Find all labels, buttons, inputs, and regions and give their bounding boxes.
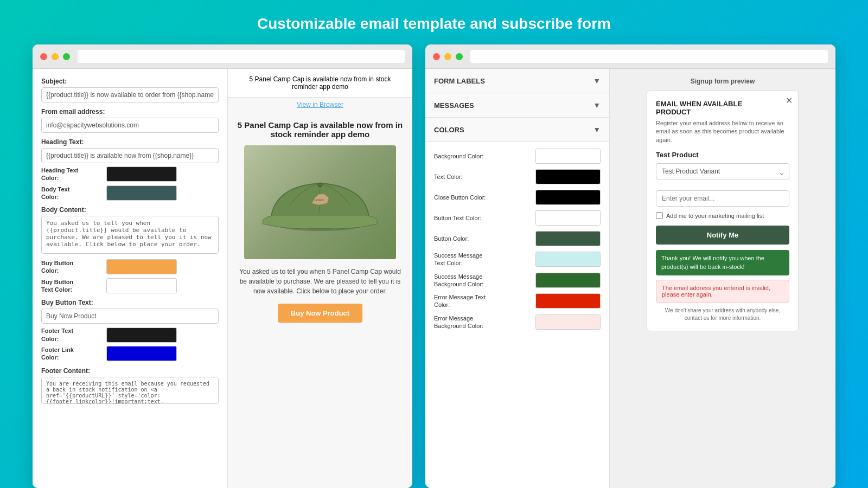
body-text-color-row: Body TextColor: <box>41 185 219 201</box>
success-msg-bg-color-swatch[interactable] <box>535 273 601 288</box>
colors-section: Background Color: Text Color: Close Butt… <box>425 142 609 342</box>
footer-content-textarea[interactable]: You are receiving this email because you… <box>41 377 219 404</box>
email-preview-header: 5 Panel Camp Cap is available now from i… <box>228 69 412 98</box>
signup-form-title: EMAIL WHEN AVAILABLE PRODUCT <box>656 100 789 116</box>
buy-button-text-color-row: Buy ButtonText Color: <box>41 278 219 294</box>
error-msg-text-color-label: Error Message TextColor: <box>434 293 535 309</box>
email-settings-panel: Subject: From email address: Heading Tex… <box>33 69 228 488</box>
left-browser-window: Subject: From email address: Heading Tex… <box>33 44 412 488</box>
messages-accordion[interactable]: MESSAGES ▼ <box>425 93 609 118</box>
marketing-checkbox-row: Add me to your marketing mailing list <box>656 212 789 219</box>
buy-button-color-row: Buy ButtonColor: <box>41 259 219 275</box>
btn-text-color-row: Button Text Color: <box>434 210 601 226</box>
close-btn-color-row: Close Button Color: <box>434 190 601 205</box>
heading-color-swatch[interactable] <box>106 166 177 182</box>
success-msg-text-color-swatch[interactable] <box>535 252 601 267</box>
form-settings-panel: FORM LABELS ▼ MESSAGES ▼ COLORS ▼ Backgr… <box>425 69 610 488</box>
marketing-checkbox[interactable] <box>656 212 663 219</box>
page-title: Customizable email template and subscrib… <box>257 15 611 33</box>
messages-text: MESSAGES <box>434 101 474 110</box>
subject-input[interactable] <box>41 87 219 102</box>
footer-link-color-swatch[interactable] <box>106 346 177 361</box>
error-msg-text-color-row: Error Message TextColor: <box>434 293 601 309</box>
footer-content-label: Footer Content: <box>41 367 219 375</box>
close-dot-left[interactable] <box>40 53 47 60</box>
email-preview-panel: 5 Panel Camp Cap is available now from i… <box>228 69 412 488</box>
subject-label: Subject: <box>41 78 219 85</box>
text-color-swatch[interactable] <box>535 169 601 184</box>
email-preview-subject: 5 Panel Camp Cap is available now from i… <box>250 75 391 91</box>
colors-accordion[interactable]: COLORS ▼ <box>425 118 609 142</box>
left-titlebar <box>33 44 412 69</box>
address-bar-left <box>78 50 405 63</box>
success-msg-bg-color-row: Success MessageBackground Color: <box>434 273 601 288</box>
right-titlebar <box>425 44 835 69</box>
error-msg-bg-color-row: Error MessageBackground Color: <box>434 314 601 330</box>
error-msg-text-color-swatch[interactable] <box>535 293 601 309</box>
from-email-input[interactable] <box>41 118 219 133</box>
buy-button-text-color-label: Buy ButtonText Color: <box>41 278 106 294</box>
btn-color-label: Button Color: <box>434 235 535 242</box>
maximize-dot-right[interactable] <box>456 53 463 60</box>
text-color-label: Text Color: <box>434 173 535 181</box>
form-labels-text: FORM LABELS <box>434 77 485 85</box>
buy-now-button[interactable]: Buy Now Product <box>278 304 362 323</box>
email-input[interactable] <box>656 190 789 207</box>
minimize-dot-left[interactable] <box>52 53 59 60</box>
left-browser-content: Subject: From email address: Heading Tex… <box>33 69 412 488</box>
variant-select-wrapper: Test Product Variant <box>656 163 789 185</box>
btn-color-row: Button Color: <box>434 231 601 246</box>
colors-text: COLORS <box>434 126 464 134</box>
close-dot-right[interactable] <box>433 53 440 60</box>
buy-button-text-input[interactable] <box>41 309 219 324</box>
footer-link-color-row: Footer LinkColor: <box>41 346 219 362</box>
body-content-textarea[interactable]: You asked us to tell you when {{product.… <box>41 216 219 254</box>
close-btn-color-label: Close Button Color: <box>434 194 535 201</box>
minimize-dot-right[interactable] <box>444 53 451 60</box>
footer-text-color-swatch[interactable] <box>106 328 177 343</box>
from-email-label: From email address: <box>41 108 219 115</box>
close-btn-color-swatch[interactable] <box>535 190 601 205</box>
signup-close-button[interactable]: ✕ <box>786 95 793 106</box>
email-preview-body: 5 Panel Camp Cap is available now from i… <box>228 112 412 331</box>
email-body-text: You asked us to tell you when 5 Panel Ca… <box>237 267 404 296</box>
error-msg-bg-color-label: Error MessageBackground Color: <box>434 314 535 330</box>
signup-form-card: ✕ EMAIL WHEN AVAILABLE PRODUCT Register … <box>647 91 799 331</box>
svg-text:LOGO: LOGO <box>314 198 324 202</box>
buy-button-color-label: Buy ButtonColor: <box>41 259 106 275</box>
btn-text-color-label: Button Text Color: <box>434 214 535 222</box>
signup-preview-label: Signup form preview <box>691 78 755 85</box>
signup-footer-text: We don't share your address with anybody… <box>656 307 789 322</box>
buy-button-text-label: Buy Button Text: <box>41 299 219 306</box>
svg-point-3 <box>318 183 322 187</box>
maximize-dot-left[interactable] <box>63 53 70 60</box>
heading-text-input[interactable] <box>41 148 219 163</box>
body-content-label: Body Content: <box>41 206 219 214</box>
signup-product-name: Test Product <box>656 151 789 159</box>
text-color-row: Text Color: <box>434 169 601 184</box>
right-browser-window: FORM LABELS ▼ MESSAGES ▼ COLORS ▼ Backgr… <box>425 44 835 488</box>
view-browser-link[interactable]: View in Browser <box>293 98 347 112</box>
success-message: Thank you! We will notify you when the p… <box>656 250 789 275</box>
footer-text-color-label: Footer TextColor: <box>41 327 106 343</box>
success-msg-text-color-row: Success MessageText Color: <box>434 252 601 267</box>
bg-color-label: Background Color: <box>434 152 535 160</box>
windows-container: Subject: From email address: Heading Tex… <box>33 44 835 488</box>
signup-form-description: Register your email address below to rec… <box>656 119 789 144</box>
notify-me-button[interactable]: Notify Me <box>656 226 789 245</box>
bg-color-row: Background Color: <box>434 149 601 164</box>
buy-button-text-color-swatch[interactable] <box>106 278 177 293</box>
bg-color-swatch[interactable] <box>535 149 601 164</box>
error-msg-bg-color-swatch[interactable] <box>535 314 601 330</box>
btn-text-color-swatch[interactable] <box>535 210 601 226</box>
form-labels-accordion[interactable]: FORM LABELS ▼ <box>425 69 609 93</box>
btn-color-swatch[interactable] <box>535 231 601 246</box>
email-preview-heading: 5 Panel Camp Cap is available now from i… <box>237 120 404 139</box>
messages-chevron: ▼ <box>593 101 601 110</box>
body-text-color-swatch[interactable] <box>106 185 177 201</box>
footer-text-color-row: Footer TextColor: <box>41 327 219 343</box>
error-message: The email address you entered is invalid… <box>656 280 789 303</box>
right-browser-content: FORM LABELS ▼ MESSAGES ▼ COLORS ▼ Backgr… <box>425 69 835 488</box>
buy-button-color-swatch[interactable] <box>106 259 177 274</box>
variant-select[interactable]: Test Product Variant <box>656 163 789 179</box>
